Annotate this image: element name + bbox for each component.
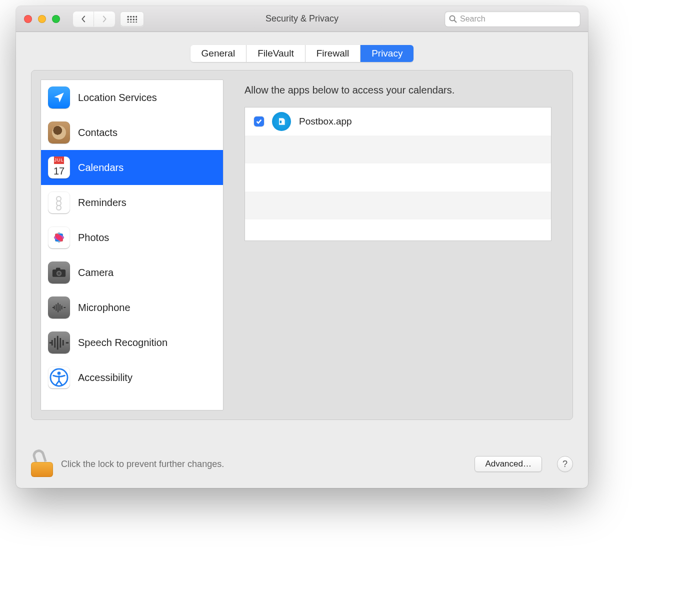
- app-row-empty: [245, 220, 551, 242]
- reminders-icon: [48, 192, 70, 214]
- help-button[interactable]: ?: [557, 456, 573, 472]
- sidebar-item-speech[interactable]: Speech Recognition: [41, 325, 223, 360]
- sidebar-item-label: Contacts: [78, 127, 118, 138]
- privacy-panel: Location Services Contacts JUL 17 Calend…: [31, 70, 573, 420]
- sidebar-item-location[interactable]: Location Services: [41, 80, 223, 115]
- svg-point-25: [58, 272, 60, 274]
- svg-point-7: [136, 18, 137, 20]
- detail-pane: Allow the apps below to access your cale…: [232, 80, 564, 410]
- privacy-sidebar: Location Services Contacts JUL 17 Calend…: [40, 80, 224, 410]
- svg-point-0: [127, 16, 129, 18]
- svg-point-5: [130, 18, 132, 20]
- contacts-icon: [48, 122, 70, 144]
- sidebar-item-label: Camera: [78, 267, 114, 278]
- detail-heading: Allow the apps below to access your cale…: [232, 80, 564, 107]
- svg-point-1: [130, 16, 132, 18]
- close-button[interactable]: [24, 15, 32, 23]
- sidebar-item-camera[interactable]: Camera: [41, 255, 223, 290]
- sidebar-item-label: Accessibility: [78, 372, 132, 384]
- zoom-button[interactable]: [52, 15, 60, 23]
- calendar-icon: JUL 17: [48, 156, 70, 178]
- microphone-icon: [48, 296, 70, 318]
- svg-point-8: [127, 21, 129, 22]
- app-name: Postbox.app: [299, 116, 352, 127]
- search-field[interactable]: [445, 12, 580, 26]
- svg-line-13: [454, 20, 457, 22]
- svg-point-2: [133, 16, 135, 18]
- app-checkbox[interactable]: [254, 116, 264, 126]
- nav-group: [73, 12, 115, 26]
- svg-point-10: [133, 21, 135, 22]
- lock-body-icon: [31, 462, 53, 477]
- postbox-icon: [272, 112, 291, 131]
- tab-bar: General FileVault Firewall Privacy: [16, 45, 588, 62]
- camera-icon: [48, 262, 70, 284]
- svg-point-4: [127, 18, 129, 20]
- svg-point-11: [136, 21, 137, 22]
- sidebar-item-label: Microphone: [78, 302, 130, 314]
- sidebar-item-accessibility[interactable]: Accessibility: [41, 360, 223, 395]
- back-button[interactable]: [73, 12, 94, 26]
- tab-general[interactable]: General: [190, 45, 247, 62]
- app-row-empty: [245, 136, 551, 164]
- sidebar-item-label: Location Services: [78, 92, 157, 104]
- svg-point-9: [130, 21, 132, 22]
- search-input[interactable]: [460, 14, 576, 24]
- check-icon: [256, 118, 262, 125]
- preferences-window: Security & Privacy General FileVault Fir…: [16, 6, 588, 488]
- sidebar-item-label: Photos: [78, 232, 109, 244]
- tab-privacy[interactable]: Privacy: [360, 45, 414, 62]
- traffic-lights: [24, 15, 60, 23]
- svg-rect-23: [56, 268, 60, 270]
- sidebar-item-contacts[interactable]: Contacts: [41, 115, 223, 150]
- sidebar-item-calendars[interactable]: JUL 17 Calendars: [41, 150, 223, 185]
- app-row-empty: [245, 192, 551, 220]
- search-icon: [449, 15, 457, 23]
- forward-button[interactable]: [94, 12, 115, 26]
- sidebar-item-reminders[interactable]: Reminders: [41, 185, 223, 220]
- svg-point-12: [450, 16, 455, 20]
- sidebar-item-photos[interactable]: Photos: [41, 220, 223, 255]
- location-icon: [48, 86, 70, 108]
- svg-point-3: [136, 16, 137, 18]
- titlebar: Security & Privacy: [16, 6, 588, 32]
- sidebar-item-label: Calendars: [78, 162, 124, 174]
- tab-filevault[interactable]: FileVault: [246, 45, 306, 62]
- show-all-button[interactable]: [120, 12, 144, 26]
- sidebar-item-label: Speech Recognition: [78, 337, 168, 348]
- advanced-button[interactable]: Advanced…: [474, 456, 542, 472]
- minimize-button[interactable]: [38, 15, 46, 23]
- svg-point-27: [58, 372, 61, 375]
- tab-firewall[interactable]: Firewall: [306, 45, 360, 62]
- svg-point-6: [133, 18, 135, 20]
- svg-rect-28: [280, 120, 282, 123]
- photos-icon: [48, 226, 70, 248]
- lock-text: Click the lock to prevent further change…: [61, 459, 224, 470]
- sidebar-item-label: Reminders: [78, 197, 126, 208]
- footer: Click the lock to prevent further change…: [16, 440, 588, 488]
- sidebar-item-microphone[interactable]: Microphone: [41, 290, 223, 325]
- app-row-empty: [245, 164, 551, 192]
- accessibility-icon: [48, 366, 70, 388]
- app-list: Postbox.app: [244, 107, 552, 241]
- speech-icon: [48, 332, 70, 354]
- lock-button[interactable]: [31, 451, 53, 477]
- app-row: Postbox.app: [245, 108, 551, 136]
